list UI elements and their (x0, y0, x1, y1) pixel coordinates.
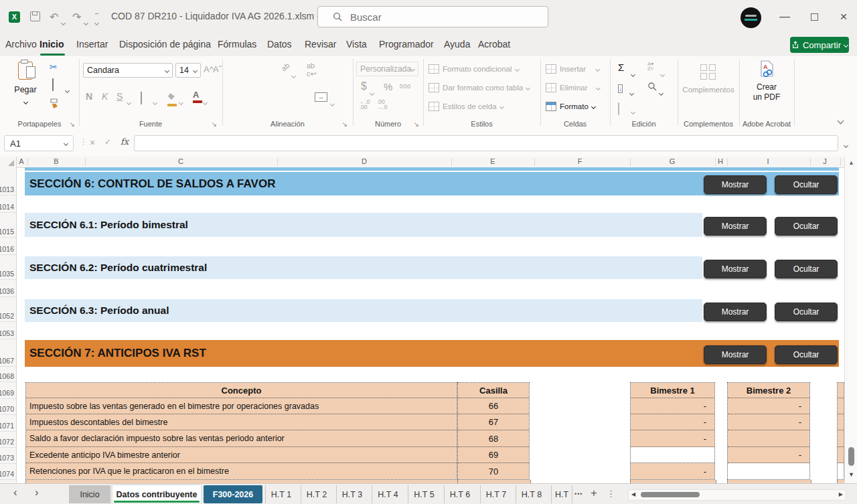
table-header-cell[interactable]: Bimestre 1 (631, 383, 714, 398)
row-header[interactable]: 1069 (0, 382, 16, 399)
ocultar-button[interactable]: Ocultar (775, 345, 838, 364)
fill-down-icon[interactable]: ↓ (618, 82, 623, 94)
value-cell[interactable]: - (631, 398, 714, 414)
clear-icon[interactable] (618, 103, 619, 115)
ribbon-tab-inicio[interactable]: Inicio (40, 39, 64, 50)
sheet-tab-ht2[interactable]: H.T 2 (301, 485, 332, 503)
sheet-tab-ht4[interactable]: H.T 4 (372, 485, 404, 503)
sheet-tab-ht3[interactable]: H.T 3 (336, 485, 368, 503)
concepto-cell[interactable]: Retenciones por IVA que le practicaron e… (26, 463, 457, 479)
select-all-corner[interactable] (0, 157, 17, 167)
font-size-select[interactable]: 14 (175, 63, 201, 78)
fill-color-icon[interactable] (167, 91, 177, 106)
borders-dropdown-icon[interactable] (153, 95, 157, 107)
col-header[interactable]: D (362, 157, 367, 165)
table-header-cell[interactable]: Casilla (458, 383, 529, 398)
ribbon-tab-archivo[interactable]: Archivo (5, 39, 37, 50)
sheet-tab-datos-contribuyente[interactable]: Datos contribuyente (112, 485, 201, 503)
close-button[interactable]: × (829, 0, 857, 33)
quick-access-customize-icon[interactable] (95, 13, 98, 27)
redo-icon[interactable]: ↷ (72, 11, 81, 23)
row-header[interactable]: 1052 (0, 297, 16, 322)
table-header-cell[interactable]: Bimestre 2 (728, 383, 809, 398)
value-cell-empty[interactable] (631, 447, 714, 463)
row-header[interactable]: 1014 (0, 195, 16, 213)
save-icon[interactable] (30, 11, 40, 21)
merge-dropdown-icon[interactable] (331, 96, 334, 108)
casilla-cell[interactable]: 70 (458, 463, 529, 479)
concepto-cell[interactable]: Impuestos descontables del bimestre (26, 414, 457, 430)
restore-button[interactable] (799, 0, 829, 33)
wrap-text-icon[interactable]: abc↩ (307, 62, 317, 78)
sheet-tab-ht7[interactable]: H.T 7 (480, 485, 512, 503)
ribbon-tab-disposicion[interactable]: Disposición de página (119, 39, 211, 50)
row-header[interactable]: 1074 (0, 464, 16, 480)
more-sheets-icon[interactable]: ••• (574, 491, 582, 497)
col-header[interactable]: B (54, 157, 58, 165)
collapse-ribbon-icon[interactable] (838, 114, 843, 126)
vertical-scrollbar[interactable]: ▲ ▼ (844, 157, 857, 483)
concepto-cell[interactable]: Saldo a favor declaración impuesto sobre… (26, 430, 457, 447)
row-header[interactable]: 1036 (0, 280, 16, 297)
font-color-icon[interactable]: A (193, 90, 202, 103)
col-header[interactable]: J (823, 157, 827, 165)
underline-dropdown-icon[interactable] (127, 95, 131, 107)
sheet-tab-ht9[interactable]: H.T (551, 485, 572, 503)
row-header[interactable]: 1015 (0, 213, 16, 238)
value-cell[interactable]: - (728, 447, 809, 463)
fx-icon[interactable]: fx (121, 137, 129, 147)
mostrar-button[interactable]: Mostrar (704, 303, 767, 321)
cancel-entry-icon[interactable]: × (90, 137, 95, 148)
copy-dropdown-icon[interactable] (66, 83, 69, 95)
excel-logo-icon[interactable]: X (9, 11, 20, 23)
sheet-tab-ht8[interactable]: H.T 8 (516, 485, 547, 503)
row-header[interactable]: 1053 (0, 322, 16, 339)
portapapeles-dialog-launcher-icon[interactable]: ↘ (70, 120, 75, 128)
concepto-cell[interactable]: Impuesto sobre las ventas generado en el… (26, 398, 457, 414)
ocultar-button[interactable]: Ocultar (775, 175, 838, 194)
ocultar-button[interactable]: Ocultar (775, 260, 838, 278)
bold-icon[interactable]: N (86, 91, 92, 102)
scroll-up-icon[interactable]: ▲ (845, 159, 857, 166)
section-header[interactable]: SECCIÓN 6.1: Período bimestral (25, 213, 702, 237)
comma-style-icon[interactable]: 000 (400, 83, 411, 90)
value-cell[interactable] (728, 430, 809, 447)
row-header[interactable]: 1067 (0, 339, 16, 367)
value-cell[interactable]: - (631, 463, 714, 479)
format-cells-button[interactable]: Formato (546, 102, 595, 111)
insert-cells-button[interactable]: Insertar (546, 64, 599, 74)
sheet-tab-ht6[interactable]: H.T 6 (444, 485, 475, 503)
col-header[interactable]: H (718, 157, 723, 165)
find-dropdown-icon[interactable] (659, 86, 663, 98)
value-cell[interactable]: - (728, 398, 809, 414)
fill-color-dropdown-icon[interactable] (179, 95, 183, 107)
undo-dropdown-icon[interactable] (62, 15, 65, 27)
redo-dropdown-icon[interactable] (84, 15, 88, 27)
font-name-select[interactable]: Candara (83, 63, 173, 78)
alineacion-dialog-launcher-icon[interactable]: ↘ (342, 120, 347, 128)
delete-cells-button[interactable]: Eliminar (546, 83, 600, 92)
sheet-nav-right-icon[interactable]: › (35, 486, 39, 499)
row-header[interactable]: 1072 (0, 432, 16, 448)
font-color-dropdown-icon[interactable] (204, 95, 207, 107)
vertical-scroll-thumb[interactable] (848, 447, 854, 466)
clear-dropdown-icon[interactable] (631, 104, 635, 116)
autosum-icon[interactable]: Σ (618, 62, 624, 73)
mostrar-button[interactable]: Mostrar (704, 217, 767, 236)
find-select-icon[interactable] (647, 82, 657, 91)
section-header[interactable]: SECCIÓN 6.2: Período cuatrimestral (25, 256, 702, 279)
ocultar-button[interactable]: Ocultar (775, 217, 838, 236)
value-cell-empty[interactable] (728, 463, 809, 479)
currency-dropdown-icon[interactable] (370, 86, 374, 98)
row-header[interactable]: 1071 (0, 415, 16, 432)
ribbon-tab-insertar[interactable]: Insertar (76, 39, 108, 50)
section-header[interactable]: SECCIÓN 6.3: Período anual (25, 299, 702, 322)
col-header[interactable]: C (178, 157, 183, 165)
autosum-dropdown-icon[interactable] (631, 67, 635, 79)
casilla-cell[interactable]: 66 (458, 398, 529, 414)
italic-icon[interactable]: K (102, 91, 108, 102)
sheet-tab-ht1[interactable]: H.T 1 (265, 485, 297, 503)
row-header[interactable]: 1070 (0, 399, 16, 415)
casilla-cell[interactable]: 67 (458, 414, 529, 430)
decrease-font-icon[interactable]: Aˇ (213, 64, 222, 74)
